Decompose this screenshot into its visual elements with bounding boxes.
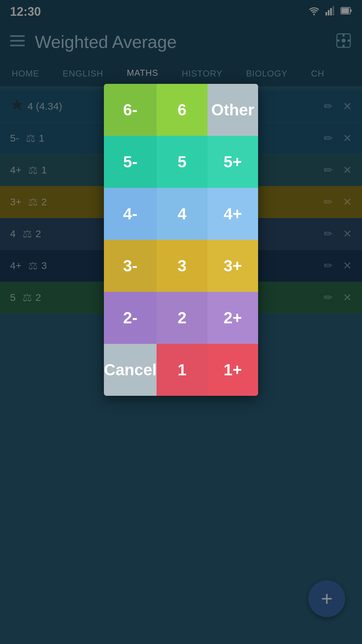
grade-cell-5[interactable]: 5: [157, 136, 207, 188]
grade-picker-dialog: 6- 6 Other 5- 5 5+ 4- 4: [104, 84, 258, 396]
grade-cell-1plus[interactable]: 1+: [207, 344, 258, 396]
grade-cell-1[interactable]: 1: [157, 344, 207, 396]
grade-grid: 6- 6 Other 5- 5 5+ 4- 4: [104, 84, 258, 396]
grade-cell-3minus[interactable]: 3-: [104, 240, 157, 292]
grade-cell-5plus[interactable]: 5+: [207, 136, 258, 188]
grade-cell-6minus[interactable]: 6-: [104, 84, 157, 136]
grade-cell-2plus[interactable]: 2+: [207, 292, 258, 344]
grade-cell-4plus[interactable]: 4+: [207, 188, 258, 240]
grade-cell-2[interactable]: 2: [157, 292, 207, 344]
grade-cell-3plus[interactable]: 3+: [207, 240, 258, 292]
grade-picker-overlay[interactable]: 6- 6 Other 5- 5 5+ 4- 4: [0, 0, 362, 644]
grade-cell-3[interactable]: 3: [157, 240, 207, 292]
grade-cell-6[interactable]: 6: [157, 84, 207, 136]
grade-cell-4minus[interactable]: 4-: [104, 188, 157, 240]
grade-cell-5minus[interactable]: 5-: [104, 136, 157, 188]
grade-cell-cancel[interactable]: Cancel: [104, 344, 157, 396]
grade-cell-other[interactable]: Other: [207, 84, 258, 136]
grade-cell-4[interactable]: 4: [157, 188, 207, 240]
grade-cell-2minus[interactable]: 2-: [104, 292, 157, 344]
